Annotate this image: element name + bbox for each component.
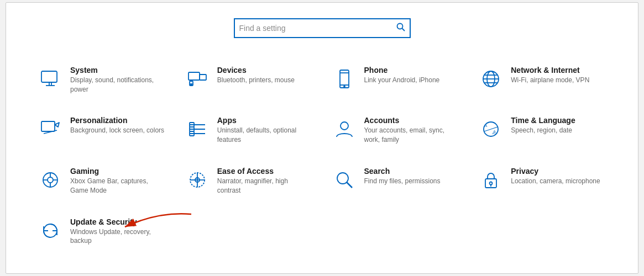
network-icon	[478, 66, 504, 92]
gaming-icon	[37, 167, 64, 193]
search-setting-text: Search Find my files, permissions	[364, 167, 441, 186]
system-title: System	[70, 66, 166, 75]
network-text: Network & Internet Wi-Fi, airplane mode,…	[511, 66, 589, 85]
gaming-desc: Xbox Game Bar, captures, Game Mode	[70, 177, 166, 195]
setting-ease[interactable]: Ease of Access Narrator, magnifier, high…	[175, 156, 322, 206]
accounts-icon	[331, 116, 358, 142]
devices-icon	[184, 66, 211, 92]
setting-search[interactable]: Search Find my files, permissions	[322, 156, 469, 206]
svg-text:A: A	[484, 123, 488, 128]
system-desc: Display, sound, notifications, power	[70, 76, 166, 94]
network-title: Network & Internet	[511, 66, 589, 75]
personalization-desc: Background, lock screen, colors	[70, 126, 164, 135]
search-bar[interactable]	[234, 18, 411, 38]
accounts-title: Accounts	[364, 116, 460, 125]
svg-text:あ: あ	[492, 130, 496, 135]
setting-privacy[interactable]: Privacy Location, camera, microphone	[469, 156, 616, 206]
accounts-desc: Your accounts, email, sync, work, family	[364, 126, 460, 145]
privacy-icon	[478, 167, 504, 193]
apps-title: Apps	[217, 116, 313, 125]
phone-text: Phone Link your Android, iPhone	[364, 66, 440, 85]
personalization-text: Personalization Background, lock screen,…	[70, 116, 164, 135]
devices-title: Devices	[217, 66, 295, 75]
accounts-text: Accounts Your accounts, email, sync, wor…	[364, 116, 460, 145]
apps-desc: Uninstall, defaults, optional features	[217, 126, 313, 145]
svg-rect-7	[200, 75, 206, 80]
time-title: Time & Language	[511, 116, 575, 125]
svg-point-0	[397, 23, 402, 29]
setting-accounts[interactable]: Accounts Your accounts, email, sync, wor…	[322, 105, 469, 156]
time-desc: Speech, region, date	[511, 126, 575, 135]
privacy-title: Privacy	[511, 167, 600, 176]
apps-text: Apps Uninstall, defaults, optional featu…	[217, 116, 313, 145]
privacy-desc: Location, camera, microphone	[511, 177, 600, 186]
ease-title: Ease of Access	[217, 167, 313, 176]
svg-line-44	[347, 182, 352, 188]
update-title: Update & Security	[70, 217, 166, 226]
personalization-title: Personalization	[70, 116, 164, 125]
svg-line-1	[402, 28, 405, 31]
setting-personalization[interactable]: Personalization Background, lock screen,…	[28, 105, 175, 156]
svg-line-20	[44, 130, 57, 134]
svg-point-46	[490, 182, 493, 185]
setting-gaming[interactable]: Gaming Xbox Game Bar, captures, Game Mod…	[28, 156, 175, 206]
settings-grid: System Display, sound, notifications, po…	[6, 55, 638, 257]
time-text: Time & Language Speech, region, date	[511, 116, 575, 135]
settings-window: System Display, sound, notifications, po…	[6, 2, 638, 274]
update-text: Update & Security Windows Update, recove…	[70, 217, 166, 246]
setting-time[interactable]: A あ Time & Language Speech, region, date	[469, 105, 616, 156]
ease-desc: Narrator, magnifier, high contrast	[217, 177, 313, 195]
apps-icon	[184, 116, 211, 142]
setting-devices[interactable]: Devices Bluetooth, printers, mouse	[175, 55, 322, 105]
gaming-title: Gaming	[70, 167, 166, 176]
setting-system[interactable]: System Display, sound, notifications, po…	[28, 55, 175, 105]
devices-desc: Bluetooth, printers, mouse	[217, 76, 295, 85]
search-setting-title: Search	[364, 167, 441, 176]
ease-icon	[184, 167, 211, 193]
phone-desc: Link your Android, iPhone	[364, 76, 440, 85]
search-setting-icon	[331, 167, 358, 193]
search-input[interactable]	[239, 24, 394, 33]
phone-title: Phone	[364, 66, 440, 75]
svg-rect-2	[41, 71, 57, 82]
svg-point-34	[48, 177, 53, 183]
personalization-icon	[37, 116, 64, 142]
update-icon	[37, 217, 64, 244]
system-icon	[37, 66, 64, 92]
privacy-text: Privacy Location, camera, microphone	[511, 167, 600, 186]
devices-text: Devices Bluetooth, printers, mouse	[217, 66, 295, 85]
gaming-text: Gaming Xbox Game Bar, captures, Game Mod…	[70, 167, 166, 195]
svg-rect-19	[41, 121, 55, 131]
setting-update[interactable]: Update & Security Windows Update, recove…	[28, 206, 175, 257]
search-container	[6, 14, 638, 38]
svg-rect-6	[189, 72, 200, 80]
search-icon	[396, 23, 405, 34]
setting-network[interactable]: Network & Internet Wi-Fi, airplane mode,…	[469, 55, 616, 105]
search-setting-desc: Find my files, permissions	[364, 177, 441, 186]
ease-text: Ease of Access Narrator, magnifier, high…	[217, 167, 313, 195]
system-text: System Display, sound, notifications, po…	[70, 66, 166, 94]
update-desc: Windows Update, recovery, backup	[70, 227, 166, 246]
phone-icon	[331, 66, 358, 92]
setting-apps[interactable]: Apps Uninstall, defaults, optional featu…	[175, 105, 322, 156]
svg-rect-9	[191, 84, 192, 85]
time-icon: A あ	[478, 116, 504, 142]
svg-point-13	[344, 86, 345, 87]
setting-phone[interactable]: Phone Link your Android, iPhone	[322, 55, 469, 105]
network-desc: Wi-Fi, airplane mode, VPN	[511, 76, 589, 85]
svg-point-28	[341, 122, 348, 130]
